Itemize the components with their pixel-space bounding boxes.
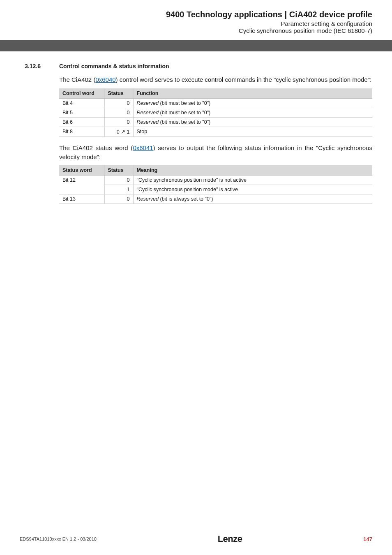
table-row: Bit 8 0 ↗ 1 Stop	[59, 127, 372, 136]
t2-r1-c2: 1	[104, 185, 133, 194]
table-row: Bit 5 0 Reserved (bit must be set to "0"…	[59, 108, 372, 117]
t1-r2-c1: Bit 6	[59, 117, 104, 127]
table-row: Bit 4 0 Reserved (bit must be set to "0"…	[59, 98, 372, 108]
para1-b: ) control word serves to execute control…	[116, 76, 372, 83]
t1-r1-c3: Reserved (bit must be set to "0")	[133, 108, 372, 117]
status-word-table: Status word Status Meaning Bit 12 0 "Cyc…	[59, 165, 372, 204]
content-area: 3.12.6 Control commands & status informa…	[0, 51, 392, 204]
t1-h-c1: Control word	[59, 88, 104, 99]
table-row: 1 "Cyclic synchronous position mode" is …	[59, 185, 372, 194]
t2-r1-c3: "Cyclic synchronous position mode" is ac…	[133, 185, 372, 194]
t1-r2-c3: Reserved (bit must be set to "0")	[133, 117, 372, 127]
link-0x6041[interactable]: 0x6041	[133, 144, 153, 151]
t2-h-c2: Status	[104, 165, 133, 176]
t2-r0-c3r: "Cyclic synchronous position mode" is no…	[137, 177, 247, 183]
t2-r2-c3: Reserved (bit is always set to "0")	[133, 194, 372, 204]
t2-r2-c3i: Reserved	[137, 196, 159, 202]
t1-r0-c3: Reserved (bit must be set to "0")	[133, 98, 372, 108]
t1-r0-c1: Bit 4	[59, 98, 104, 108]
t2-r0-c1: Bit 12	[59, 176, 104, 185]
control-word-table: Control word Status Function Bit 4 0 Res…	[59, 88, 372, 137]
t1-r2-c2: 0	[104, 117, 133, 127]
header-subtitle-2: Cyclic synchronous position mode (IEC 61…	[0, 27, 372, 34]
table-row: Bit 12 0 "Cyclic synchronous position mo…	[59, 176, 372, 185]
para1-a: The CiA402 (	[59, 76, 95, 83]
t1-r1-c2: 0	[104, 108, 133, 117]
t2-r1-c3r: "Cyclic synchronous position mode" is ac…	[137, 187, 238, 192]
t1-h-c3: Function	[133, 88, 372, 99]
t1-h-c2: Status	[104, 88, 133, 99]
t1-r3-c1: Bit 8	[59, 127, 104, 136]
t2-h-c1: Status word	[59, 165, 104, 176]
t1-r3-c3: Stop	[133, 127, 372, 136]
header-subtitle-1: Parameter setting & configuration	[0, 20, 372, 27]
t1-r2-c3r: (bit must be set to "0")	[159, 119, 210, 125]
footer-page-number: 147	[363, 536, 372, 542]
section-title: Control commands & status information	[59, 63, 169, 69]
t2-r0-c3: "Cyclic synchronous position mode" is no…	[133, 176, 372, 185]
t2-r1-c1	[59, 185, 104, 194]
paragraph-1: The CiA402 (0x6040) control word serves …	[59, 75, 372, 84]
t1-r0-c3r: (bit must be set to "0")	[159, 100, 210, 106]
page-footer: EDS94TA11010xxxx EN 1.2 - 03/2010 Lenze …	[0, 534, 392, 544]
t1-r3-c2: 0 ↗ 1	[104, 127, 133, 136]
table-row: Bit 13 0 Reserved (bit is always set to …	[59, 194, 372, 204]
t1-r0-c3i: Reserved	[137, 100, 159, 106]
header-title: 9400 Technology applications | CiA402 de…	[0, 10, 372, 19]
table-row: Bit 6 0 Reserved (bit must be set to "0"…	[59, 117, 372, 127]
t2-r2-c3r: (bit is always set to "0")	[159, 196, 213, 202]
page-header: 9400 Technology applications | CiA402 de…	[0, 7, 392, 51]
t1-r3-c3r: Stop	[137, 129, 148, 134]
section-heading: 3.12.6 Control commands & status informa…	[25, 63, 372, 69]
t1-r2-c3i: Reserved	[137, 119, 159, 125]
link-0x6040[interactable]: 0x6040	[95, 76, 115, 83]
t2-r2-c2: 0	[104, 194, 133, 204]
t2-r2-c1: Bit 13	[59, 194, 104, 204]
t1-r1-c3r: (bit must be set to "0")	[159, 110, 210, 116]
footer-logo: Lenze	[218, 534, 242, 544]
footer-doc-id: EDS94TA11010xxxx EN 1.2 - 03/2010	[20, 536, 97, 541]
t1-r1-c1: Bit 5	[59, 108, 104, 117]
t2-r0-c2: 0	[104, 176, 133, 185]
t1-r0-c2: 0	[104, 98, 133, 108]
para2-a: The CiA402 status word (	[59, 144, 133, 151]
t1-r1-c3i: Reserved	[137, 110, 159, 116]
section-number: 3.12.6	[25, 63, 49, 69]
paragraph-2: The CiA402 status word (0x6041) serves t…	[59, 143, 372, 162]
t2-h-c3: Meaning	[133, 165, 372, 176]
